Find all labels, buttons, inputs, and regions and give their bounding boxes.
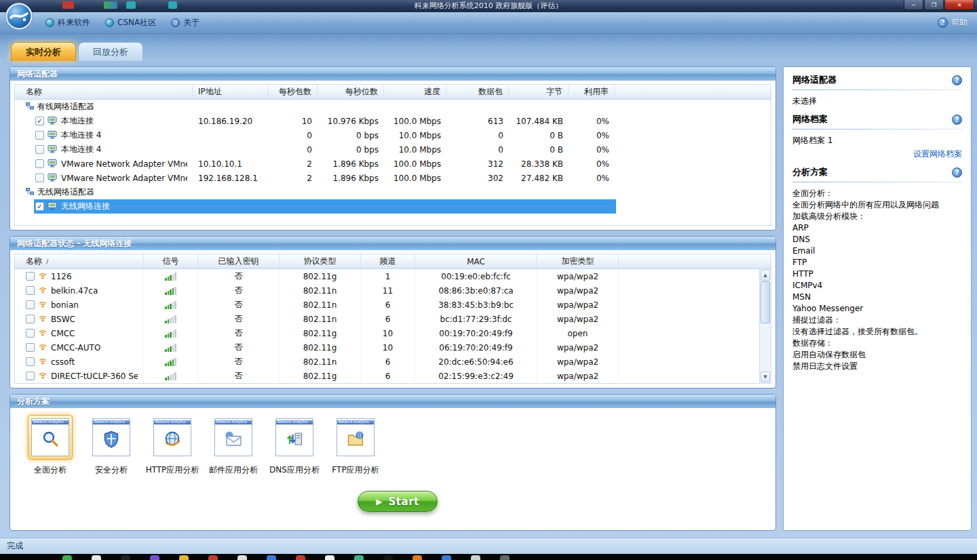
column-header[interactable]: 名称∕ [15, 254, 144, 268]
taskbar-app-icon[interactable] [267, 555, 276, 560]
column-header[interactable]: 信号 [144, 254, 198, 268]
column-header[interactable]: 加密类型 [537, 254, 619, 268]
wifi-network-row[interactable]: CMCC否802.11g1000:19:70:20:49:f9open [15, 326, 759, 340]
scrollbar-thumb[interactable] [761, 281, 770, 323]
column-header[interactable]: 利用率 [569, 85, 615, 99]
wifi-checkbox[interactable] [26, 272, 35, 281]
adapter-group-row[interactable]: 无线网络适配器 [15, 185, 771, 199]
adapter-row[interactable]: 本地连接 400 bps10.0 Mbps00 B0% [15, 142, 771, 157]
wifi-network-row[interactable]: CMCC-AUTO否802.11g1006:19:70:20:49:f9wpa/… [15, 340, 759, 355]
help-icon[interactable]: ? [952, 75, 962, 85]
taskbar[interactable] [0, 554, 977, 560]
taskbar-app-icon[interactable] [383, 555, 393, 560]
toolbar-item-3[interactable]: i关于 [165, 15, 206, 31]
help-button[interactable]: ? 帮助 [938, 17, 968, 28]
cell-pps: 0 [269, 142, 318, 157]
wifi-network-row[interactable]: DIRECT-tUCLP-360 Ser...否802.11g602:15:99… [15, 369, 759, 383]
wifi-network-row[interactable]: 1126否802.11g100:19:e0:eb:fc:fcwpa/wpa2 [15, 269, 759, 283]
tile-caption: Network Analytics [276, 420, 313, 424]
column-header[interactable]: 已输入密钥 [198, 254, 280, 268]
adapter-checkbox[interactable] [35, 159, 44, 168]
column-header[interactable]: 数据包 [446, 85, 509, 99]
cell-ip [193, 199, 269, 214]
taskbar-app-icon[interactable] [442, 555, 451, 560]
help-icon[interactable]: ? [952, 167, 962, 178]
taskbar-app-icon[interactable] [237, 555, 247, 560]
sidebar-text: Yahoo Messenger [792, 303, 962, 315]
wifi-network-row[interactable]: cssoft否802.11n620:dc:e6:50:94:e6wpa/wpa2 [15, 355, 759, 369]
taskbar-app-icon[interactable] [62, 555, 72, 560]
taskbar-app-icon[interactable] [92, 555, 101, 560]
close-button[interactable]: ✕ [944, 0, 974, 10]
wifi-network-row[interactable]: bonian否802.11n638:83:45:b3:b9:bcwpa/wpa2 [15, 298, 759, 312]
column-header[interactable]: 频道 [361, 254, 415, 268]
adapter-checkbox[interactable]: ✓ [35, 117, 44, 125]
scheme-item-6[interactable]: Network AnalyticsFTP应用分析 [325, 415, 386, 476]
scheme-item-5[interactable]: Network AnalyticsDNS应用分析 [264, 415, 325, 476]
column-header[interactable]: 速度 [384, 85, 446, 99]
taskbar-app-icon[interactable] [179, 555, 189, 560]
adapter-row[interactable]: 本地连接 400 bps10.0 Mbps00 B0% [15, 128, 771, 142]
adapter-checkbox[interactable] [35, 131, 44, 140]
sidebar-link[interactable]: 设置网络档案 [792, 148, 962, 160]
wifi-network-row[interactable]: BSWC否802.11n6bc:d1:77:29:3f:dcwpa/wpa2 [15, 312, 759, 326]
cell-pps: 10 [269, 114, 318, 128]
wifi-checkbox[interactable] [26, 343, 35, 352]
column-header[interactable]: 字节 [509, 85, 569, 99]
column-header[interactable]: 每秒位数 [318, 85, 384, 99]
adapter-row[interactable]: VMware Network Adapter VMnet8192.168.128… [15, 171, 771, 185]
minimize-button[interactable]: ─ [904, 0, 923, 10]
wifi-checkbox[interactable] [26, 372, 35, 380]
scheme-item-2[interactable]: Network Analytics安全分析 [81, 415, 142, 476]
toolbar-item-1[interactable]: 科来软件 [39, 15, 96, 31]
taskbar-app-icon[interactable] [500, 555, 510, 560]
cell-channel: 6 [361, 312, 415, 326]
taskbar-app-icon[interactable] [325, 555, 334, 560]
adapter-row[interactable]: ✓本地连接10.186.19.201010.976 Kbps100.0 Mbps… [15, 114, 771, 128]
scroll-up-icon[interactable]: ▲ [761, 270, 770, 281]
wifi-checkbox[interactable] [26, 357, 35, 366]
cell-mac: 02:15:99:e3:c2:49 [415, 369, 537, 383]
maximize-button[interactable]: ❐ [924, 0, 944, 10]
wifi-checkbox[interactable] [26, 315, 35, 323]
taskbar-app-icon[interactable] [208, 555, 218, 560]
scheme-label: FTP应用分析 [332, 464, 379, 476]
column-header[interactable]: MAC [415, 254, 537, 268]
adapter-group-row[interactable]: 有线网络适配器 [15, 100, 771, 114]
scroll-down-icon[interactable]: ▼ [761, 372, 770, 382]
taskbar-app-icon[interactable] [471, 555, 480, 560]
scheme-label: 安全分析 [95, 464, 128, 476]
wifi-checkbox[interactable] [26, 300, 35, 309]
scheme-item-4[interactable]: Network Analytics邮件应用分析 [203, 415, 264, 476]
vertical-scrollbar[interactable]: ▲ ▼ [759, 269, 771, 383]
tab-realtime-analysis[interactable]: 实时分析 [11, 42, 76, 61]
help-label: 帮助 [951, 17, 968, 28]
start-button[interactable]: ▶ Start [358, 491, 438, 512]
column-header[interactable]: 协议类型 [280, 254, 361, 268]
wifi-network-row[interactable]: belkin.47ca否802.11n1108:86:3b:e0:87:cawp… [15, 283, 759, 298]
column-header[interactable]: IP地址 [193, 85, 269, 99]
taskbar-app-icon[interactable] [413, 555, 422, 560]
network-adapter-icon [47, 159, 58, 169]
scheme-item-1[interactable]: Network Analytics全面分析 [20, 415, 81, 476]
taskbar-app-icon[interactable] [121, 555, 130, 560]
taskbar-app-icon[interactable] [296, 555, 305, 560]
adapter-row[interactable]: ✓无线网络连接 [15, 199, 771, 214]
adapter-row[interactable]: VMware Network Adapter VMnet110.10.10.12… [15, 157, 771, 171]
wifi-checkbox[interactable] [26, 286, 35, 295]
adapter-checkbox[interactable] [35, 174, 44, 182]
globe-icon [163, 430, 182, 452]
column-header-filler [615, 85, 771, 99]
help-icon[interactable]: ? [952, 115, 962, 125]
column-header[interactable]: 每秒包数 [269, 85, 318, 99]
tab-playback-analysis[interactable]: 回放分析 [78, 42, 143, 61]
taskbar-app-icon[interactable] [150, 555, 159, 560]
wifi-checkbox[interactable] [26, 329, 35, 338]
toolbar-item-2[interactable]: CSNA社区 [99, 15, 162, 31]
taskbar-app-icon[interactable] [354, 555, 364, 560]
adapter-checkbox[interactable]: ✓ [35, 202, 44, 211]
sidebar-text: ICMPv4 [792, 280, 962, 292]
column-header[interactable]: 名称 [15, 85, 193, 99]
adapter-checkbox[interactable] [35, 145, 44, 154]
scheme-item-3[interactable]: Network AnalyticsHTTP应用分析 [142, 415, 203, 476]
